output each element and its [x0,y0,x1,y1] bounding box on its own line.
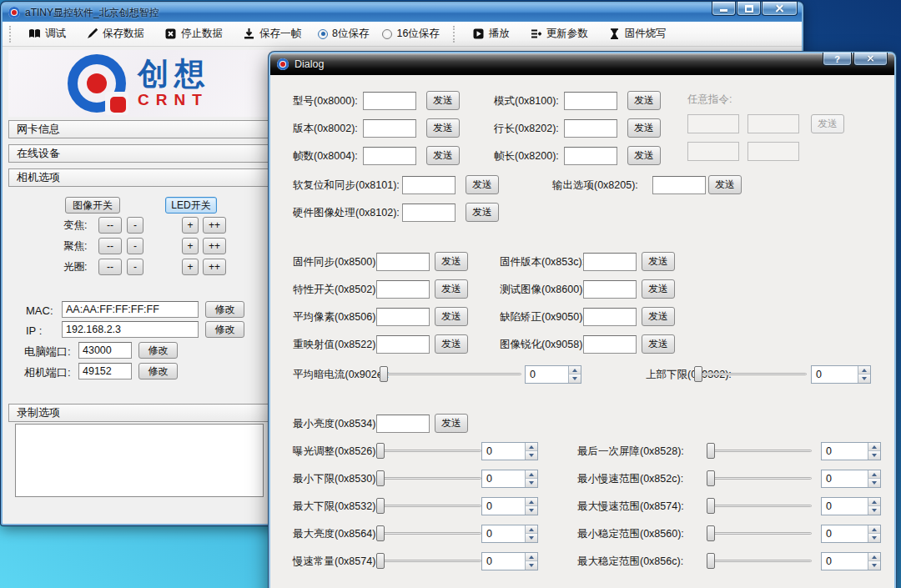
value-slider[interactable] [707,553,812,570]
image-switch-button[interactable]: 图像开关 [65,197,120,214]
decrease-fast-button[interactable]: -- [98,217,122,234]
spin-down-button[interactable] [868,506,880,515]
spin-down-button[interactable] [858,374,870,383]
decrease-fast-button[interactable]: -- [98,259,122,275]
radio-8bit-icon[interactable] [318,29,328,39]
slider-thumb[interactable] [376,553,385,569]
send-button[interactable]: 发送 [435,334,468,354]
spin-up-button[interactable] [858,366,870,374]
upper-lower-spinbox[interactable]: 0 [811,365,871,384]
send-button[interactable]: 发送 [426,118,460,138]
main-titlebar[interactable]: aTINY显控软件_北京创想智控 [3,3,802,22]
increase-fast-button[interactable]: ++ [203,217,226,234]
spin-up-button[interactable] [525,443,537,451]
spin-down-button[interactable] [525,479,537,487]
any-command-input-1[interactable] [687,114,739,133]
dark-current-spinbox[interactable]: 0 [525,365,581,384]
upper-lower-slider[interactable] [694,366,807,383]
spin-down-button[interactable] [525,451,537,460]
stop-data-button[interactable]: 停止数据 [161,24,226,43]
slider-thumb[interactable] [707,498,715,514]
value-slider[interactable] [376,470,481,487]
spin-down-button[interactable] [525,506,537,515]
register-input[interactable] [564,119,617,138]
mac-input[interactable] [62,301,199,318]
value-spinbox[interactable]: 0 [821,497,881,515]
slider-thumb[interactable] [707,553,715,569]
spin-up-button[interactable] [568,366,581,374]
output-option-input[interactable] [652,176,706,194]
send-button[interactable]: 发送 [435,279,468,299]
send-button[interactable]: 发送 [435,307,468,326]
spin-down-button[interactable] [868,479,880,487]
send-button[interactable]: 发送 [466,175,499,194]
slider-thumb[interactable] [707,443,715,459]
register-input[interactable] [376,308,430,326]
send-button[interactable]: 发送 [708,175,742,194]
send-button[interactable]: 发送 [627,146,661,165]
dialog-help-button[interactable]: ? [823,53,852,66]
spin-up-button[interactable] [868,525,880,534]
increase-button[interactable]: + [182,217,199,234]
value-slider[interactable] [376,525,481,542]
toolbar-grip[interactable] [453,26,456,43]
section-header-nic[interactable]: 网卡信息 [8,120,270,138]
register-input[interactable] [376,280,430,299]
spin-up-button[interactable] [868,470,880,479]
value-spinbox[interactable]: 0 [481,497,538,515]
ip-input[interactable] [62,321,199,338]
any-command-input-2[interactable] [747,114,799,133]
register-input[interactable] [583,280,637,299]
pc-port-modify-button[interactable]: 修改 [138,342,178,359]
send-button[interactable]: 发送 [627,91,661,110]
increase-button[interactable]: + [182,259,199,275]
send-button[interactable]: 发送 [466,203,499,222]
cam-port-modify-button[interactable]: 修改 [138,363,178,379]
firmware-burn-button[interactable]: 固件烧写 [605,24,670,43]
increase-button[interactable]: + [182,238,199,254]
pc-port-input[interactable] [78,342,132,359]
value-slider[interactable] [707,525,812,542]
value-spinbox[interactable]: 0 [481,470,538,488]
register-input[interactable] [583,253,637,271]
ip-modify-button[interactable]: 修改 [205,321,244,338]
section-header-record[interactable]: 录制选项 [8,404,270,422]
mac-modify-button[interactable]: 修改 [205,301,244,318]
value-slider[interactable] [376,498,481,515]
radio-16bit-icon[interactable] [382,29,392,39]
slider-thumb[interactable] [376,470,385,486]
decrease-button[interactable]: - [127,238,143,254]
value-spinbox[interactable]: 0 [821,525,881,543]
any-command-input-3[interactable] [687,142,739,161]
value-spinbox[interactable]: 0 [481,442,538,460]
save-frame-button[interactable]: 保存一帧 [239,24,305,43]
spin-down-button[interactable] [868,451,880,460]
radio-16bit[interactable]: 16位保存 [382,27,439,41]
slider-thumb[interactable] [707,470,715,486]
minimize-button[interactable] [712,2,736,16]
spin-down-button[interactable] [525,561,537,570]
hw-image-input[interactable] [402,204,456,222]
value-slider[interactable] [707,498,812,515]
play-button[interactable]: 播放 [469,24,513,43]
any-command-input-4[interactable] [747,142,799,161]
slider-thumb[interactable] [694,366,702,382]
value-slider[interactable] [376,443,481,460]
decrease-button[interactable]: - [127,259,143,275]
spin-down-button[interactable] [568,374,581,383]
increase-fast-button[interactable]: ++ [203,238,226,254]
min-brightness-input[interactable] [376,415,430,433]
send-button[interactable]: 发送 [642,334,675,354]
value-spinbox[interactable]: 0 [821,470,881,488]
register-input[interactable] [564,92,617,110]
send-button[interactable]: 发送 [642,307,675,326]
spin-up-button[interactable] [525,553,537,561]
save-data-button[interactable]: 保存数据 [83,24,148,43]
dialog-close-button[interactable] [853,53,888,66]
led-switch-button[interactable]: LED开关 [165,197,217,214]
register-input[interactable] [376,335,430,354]
register-input[interactable] [363,147,416,165]
slider-thumb[interactable] [376,498,385,514]
slider-thumb[interactable] [707,525,715,541]
register-input[interactable] [583,308,637,326]
